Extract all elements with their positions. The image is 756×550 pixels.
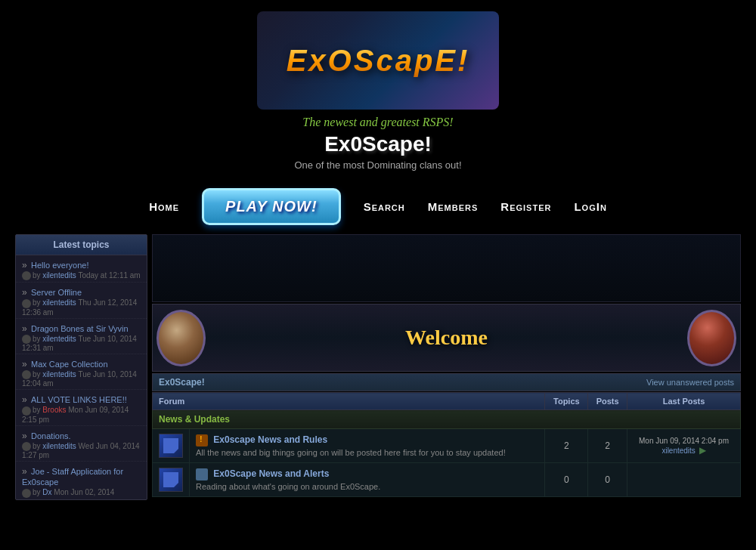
col-forum: Forum [153, 393, 545, 410]
topic-icon-5 [22, 442, 31, 451]
sidebar-topic-item: » Server Offline by xilentedits Thu Jun … [16, 283, 147, 318]
subtitle: One of the most Dominating clans out! [15, 159, 741, 171]
topic-icon-2 [22, 335, 31, 344]
topic-icon-1 [22, 299, 31, 308]
sidebar-latest-topics: Latest topics » Hello everyone! by xilen… [15, 234, 147, 500]
topic-icon-3 [22, 370, 31, 379]
forum-icon-inner-1 [163, 472, 178, 487]
avatar-left [156, 310, 206, 366]
sidebar: Latest topics » Hello everyone! by xilen… [15, 234, 147, 500]
forum-desc-0: All the news and big things going on wil… [196, 448, 538, 457]
topic-bullet: » [22, 394, 27, 405]
portrait-right [683, 306, 740, 370]
banner-image: ExOScapE! [257, 11, 499, 110]
forum-topics-1: 0 [545, 463, 588, 497]
post-arrow-0: ▶ [699, 445, 706, 456]
last-post-cell-1 [627, 463, 741, 497]
main-layout: Latest topics » Hello everyone! by xilen… [15, 231, 741, 503]
welcome-banner: Welcome [152, 304, 741, 372]
topic-link-6[interactable]: Joe - Staff Application for Ex0scape [22, 467, 123, 487]
forum-icon-inner-0 [163, 438, 178, 453]
forum-row-1: Ex0Scape News and Alerts Reading about w… [153, 463, 741, 497]
site-title: Ex0Scape! [15, 132, 741, 156]
play-button[interactable]: PLAY NOW! [202, 188, 341, 225]
forum-posts-1: 0 [588, 463, 627, 497]
topic-meta-0: by xilentedits Today at 12:11 am [22, 271, 141, 280]
topic-bullet: » [22, 431, 27, 441]
view-unanswered-link[interactable]: View unanswered posts [646, 378, 734, 387]
forum-icon-cell-1 [153, 463, 190, 497]
topic-author-4[interactable]: Brooks [42, 406, 66, 414]
topic-meta-3: by xilentedits Tue Jun 10, 2014 12:04 am [22, 370, 141, 388]
topic-meta-4: by Brooks Mon Jun 09, 2014 2:15 pm [22, 406, 141, 423]
sidebar-header: Latest topics [16, 235, 147, 255]
topic-icon-0 [22, 271, 31, 280]
sidebar-topics-list: » Hello everyone! by xilentedits Today a… [16, 255, 147, 499]
sidebar-topic-item: » Max Cape Collection by xilentedits Tue… [16, 354, 147, 390]
topic-author-3[interactable]: xilentedits [42, 370, 76, 379]
avatar-right [687, 310, 736, 366]
forum-icon-cell-0 [153, 429, 190, 463]
last-post-author-0[interactable]: xilentedits [662, 446, 695, 455]
sidebar-topic-item: » Donations. by xilentedits Wed Jun 04, … [16, 426, 147, 462]
forum-name-link-1[interactable]: Ex0Scape News and Alerts [213, 468, 329, 479]
forum-info-0: Ex0scape News and Rules All the news and… [190, 429, 545, 463]
topic-author-0[interactable]: xilentedits [42, 271, 76, 280]
alert-icon [196, 434, 208, 446]
topic-author-2[interactable]: xilentedits [42, 335, 76, 343]
topic-icon-6 [22, 489, 31, 498]
topic-author-1[interactable]: xilentedits [42, 298, 76, 307]
forum-info-1: Ex0Scape News and Alerts Reading about w… [190, 463, 545, 497]
forum-icon-0 [159, 434, 183, 458]
col-last-posts: Last Posts [627, 393, 741, 410]
newspaper-icon [196, 468, 208, 480]
banner-overlay-text: ExOScapE! [287, 44, 470, 78]
forum-topics-0: 2 [545, 429, 588, 463]
topic-meta-2: by xilentedits Tue Jun 10, 2014 12:31 am [22, 335, 141, 352]
forum-name-link-0[interactable]: Ex0scape News and Rules [213, 434, 327, 445]
topic-icon-4 [22, 406, 31, 416]
content-area: Welcome Ex0Scape! View unanswered posts … [152, 234, 741, 500]
nav-register[interactable]: Register [500, 200, 551, 213]
forum-desc-1: Reading about what's going on around Ex0… [196, 482, 538, 491]
header: ExOScapE! The newest and greatest RSPS! … [15, 0, 741, 182]
topic-author-5[interactable]: xilentedits [42, 442, 76, 450]
topic-link-2[interactable]: Dragon Bones at Sir Vyvin [31, 324, 129, 333]
last-post-date-0: Mon Jun 09, 2014 2:04 pm [639, 437, 729, 445]
sidebar-topic-item: » Hello everyone! by xilentedits Today a… [16, 255, 147, 283]
sidebar-topic-item: » ALL VOTE LINKS HERE!! by Brooks Mon Ju… [16, 390, 147, 425]
topic-meta-6: by Dx Mon Jun 02, 2014 [22, 488, 141, 497]
category-name-0: News & Updates [153, 410, 741, 429]
tagline: The newest and greatest RSPS! [15, 116, 741, 129]
topic-author-6[interactable]: Dx [42, 488, 51, 496]
topic-bullet: » [22, 287, 27, 298]
forum-table-body: News & Updates Ex0scape News and Rules A… [153, 410, 741, 497]
topic-link-4[interactable]: ALL VOTE LINKS HERE!! [31, 395, 127, 404]
forum-posts-0: 2 [588, 429, 627, 463]
top-banner-area [152, 234, 741, 302]
welcome-text: Welcome [209, 326, 683, 350]
forum-icon-1 [159, 468, 183, 492]
topic-bullet: » [22, 359, 27, 369]
topic-bullet: » [22, 323, 27, 334]
forum-site-name: Ex0Scape! [159, 377, 205, 388]
topic-link-5[interactable]: Donations. [31, 431, 71, 440]
nav-bar: Home PLAY NOW! Search Members Register L… [15, 182, 741, 231]
nav-members[interactable]: Members [428, 200, 479, 213]
sidebar-topic-item: » Joe - Staff Application for Ex0scape b… [16, 462, 147, 499]
forum-table: Forum Topics Posts Last Posts News & Upd… [152, 392, 741, 497]
last-post-cell-0: Mon Jun 09, 2014 2:04 pm xilentedits ▶ [627, 429, 741, 463]
topic-link-3[interactable]: Max Cape Collection [31, 360, 108, 369]
topic-meta-5: by xilentedits Wed Jun 04, 2014 1:27 pm [22, 442, 141, 459]
col-posts: Posts [588, 393, 627, 410]
nav-login[interactable]: LogIn [574, 200, 606, 213]
topic-link-1[interactable]: Server Offline [31, 288, 82, 297]
topic-bullet: » [22, 260, 27, 270]
sidebar-topic-item: » Dragon Bones at Sir Vyvin by xilentedi… [16, 319, 147, 354]
forum-row-0: Ex0scape News and Rules All the news and… [153, 429, 741, 463]
topic-link-0[interactable]: Hello everyone! [31, 261, 88, 270]
forum-bar: Ex0Scape! View unanswered posts [152, 373, 741, 391]
nav-home[interactable]: Home [149, 200, 179, 213]
portrait-left [153, 306, 209, 370]
nav-search[interactable]: Search [364, 200, 405, 213]
